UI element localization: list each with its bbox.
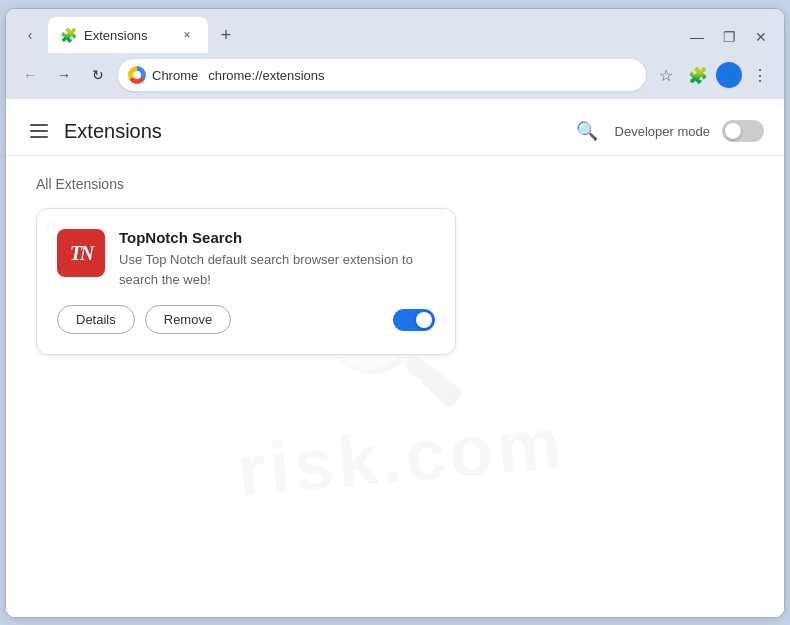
- card-top: TN TopNotch Search Use Top Notch default…: [57, 229, 435, 289]
- address-text: chrome://extensions: [208, 68, 636, 83]
- section-title: All Extensions: [36, 176, 754, 192]
- main-content: 🔍 risk.com All Extensions TN TopNotch Se…: [6, 156, 784, 617]
- search-button[interactable]: 🔍: [571, 115, 603, 147]
- page-content: Extensions 🔍 Developer mode 🔍 risk.com A…: [6, 99, 784, 617]
- profile-button[interactable]: 👤: [716, 62, 742, 88]
- new-tab-button[interactable]: +: [212, 21, 240, 49]
- back-button[interactable]: ←: [16, 61, 44, 89]
- hamburger-line-1: [30, 124, 48, 126]
- remove-button[interactable]: Remove: [145, 305, 231, 334]
- close-button[interactable]: ✕: [748, 27, 774, 47]
- header-left: Extensions: [26, 120, 162, 143]
- page-title: Extensions: [64, 120, 162, 143]
- toolbar: ← → ↻ Chrome chrome://extensions ☆ 🧩 👤 ⋮: [6, 53, 784, 99]
- header-right: 🔍 Developer mode: [571, 115, 764, 147]
- toggle-knob: [725, 123, 741, 139]
- tab-favicon: 🧩: [60, 27, 76, 43]
- extensions-header: Extensions 🔍 Developer mode: [6, 99, 784, 156]
- menu-button[interactable]: ⋮: [746, 61, 774, 89]
- bookmark-button[interactable]: ☆: [652, 61, 680, 89]
- browser-window: ‹ 🧩 Extensions × + — ❐ ✕ ← → ↻ Chrome ch…: [5, 8, 785, 618]
- refresh-button[interactable]: ↻: [84, 61, 112, 89]
- tab-scroll-back[interactable]: ‹: [16, 21, 44, 49]
- minimize-button[interactable]: —: [684, 27, 710, 47]
- extension-card: TN TopNotch Search Use Top Notch default…: [36, 208, 456, 355]
- watermark-text: risk.com: [234, 402, 568, 512]
- title-bar: ‹ 🧩 Extensions × + — ❐ ✕: [6, 9, 784, 53]
- extension-icon: TN: [57, 229, 105, 277]
- chrome-logo-icon: [128, 66, 146, 84]
- chrome-label: Chrome: [152, 68, 198, 83]
- window-controls: — ❐ ✕: [684, 27, 774, 47]
- hamburger-line-3: [30, 136, 48, 138]
- maximize-button[interactable]: ❐: [716, 27, 742, 47]
- toolbar-icons: ☆ 🧩 👤 ⋮: [652, 61, 774, 89]
- card-actions: Details Remove: [57, 305, 231, 334]
- developer-mode-label: Developer mode: [615, 124, 710, 139]
- extension-description: Use Top Notch default search browser ext…: [119, 250, 435, 289]
- extension-info: TopNotch Search Use Top Notch default se…: [119, 229, 435, 289]
- hamburger-line-2: [30, 130, 48, 132]
- extensions-button[interactable]: 🧩: [684, 61, 712, 89]
- tab-close-button[interactable]: ×: [178, 26, 196, 44]
- tab-title: Extensions: [84, 28, 170, 43]
- extension-name: TopNotch Search: [119, 229, 435, 246]
- menu-hamburger-button[interactable]: [26, 120, 52, 142]
- details-button[interactable]: Details: [57, 305, 135, 334]
- forward-button[interactable]: →: [50, 61, 78, 89]
- card-bottom: Details Remove: [57, 305, 435, 334]
- extension-toggle-knob: [416, 312, 432, 328]
- address-bar[interactable]: Chrome chrome://extensions: [118, 59, 646, 91]
- tab-group: ‹ 🧩 Extensions × +: [16, 17, 680, 53]
- extension-toggle[interactable]: [393, 309, 435, 331]
- active-tab[interactable]: 🧩 Extensions ×: [48, 17, 208, 53]
- developer-mode-toggle[interactable]: [722, 120, 764, 142]
